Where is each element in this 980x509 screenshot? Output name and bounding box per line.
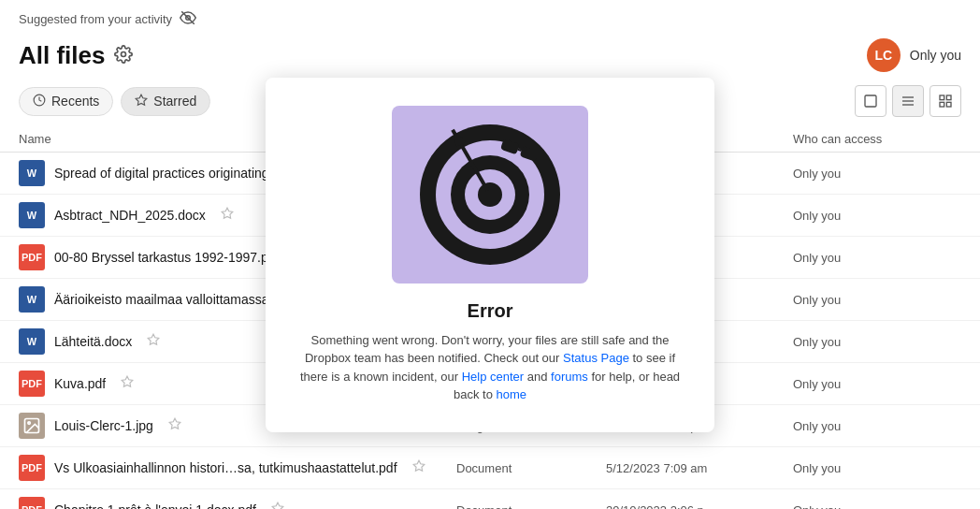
status-page-link[interactable]: Status Page xyxy=(563,351,629,365)
error-body: Something went wrong. Don't worry, your … xyxy=(295,331,685,404)
svg-point-28 xyxy=(478,182,502,207)
error-overlay: Error Something went wrong. Don't worry,… xyxy=(0,0,980,509)
error-image xyxy=(392,106,588,284)
svg-line-33 xyxy=(518,149,522,150)
error-card: Error Something went wrong. Don't worry,… xyxy=(266,78,714,432)
help-center-link[interactable]: Help center xyxy=(462,370,524,384)
error-title: Error xyxy=(295,300,685,322)
forums-link[interactable]: forums xyxy=(551,370,588,384)
home-link[interactable]: home xyxy=(497,387,527,401)
